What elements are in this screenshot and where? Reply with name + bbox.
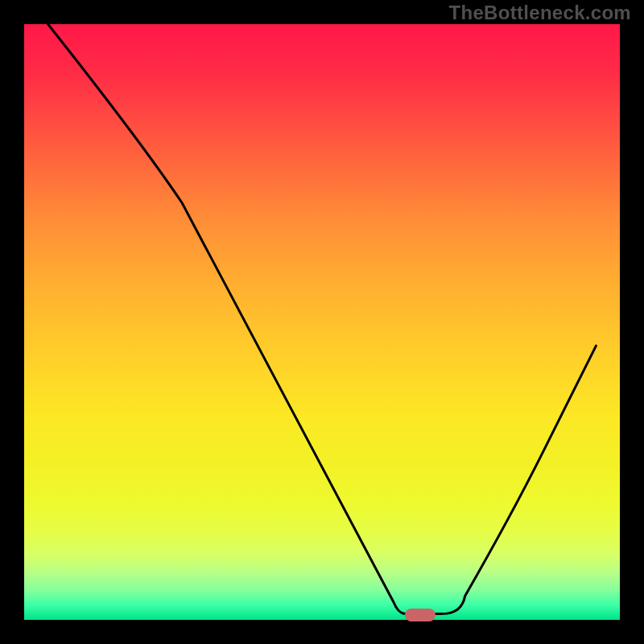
- bottleneck-curve: [24, 24, 620, 620]
- curve-path: [48, 24, 597, 614]
- watermark-text: TheBottleneck.com: [449, 2, 631, 24]
- optimal-point-marker: [405, 609, 436, 621]
- chart-container: TheBottleneck.com: [0, 0, 644, 644]
- plot-area: [24, 24, 620, 620]
